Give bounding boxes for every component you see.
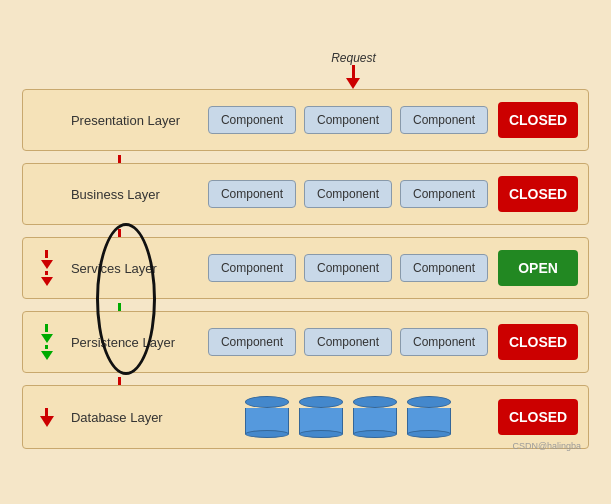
- component-box: Component: [304, 180, 392, 208]
- component-box: Component: [304, 254, 392, 282]
- red-line-1: [45, 250, 48, 258]
- component-box: Component: [208, 254, 296, 282]
- services-status: OPEN: [498, 250, 578, 286]
- cylinder-4: [407, 396, 451, 438]
- presentation-layer-label: Presentation Layer: [71, 113, 180, 128]
- red-arrowhead-1: [41, 260, 53, 269]
- inter-arrow-3: [22, 303, 589, 311]
- database-layer-label: Database Layer: [71, 410, 163, 425]
- inter-arrow-4: [22, 377, 589, 385]
- component-box: Component: [400, 180, 488, 208]
- component-box: Component: [304, 328, 392, 356]
- business-status: CLOSED: [498, 176, 578, 212]
- request-label: Request: [331, 51, 376, 65]
- green-arrowhead-1: [41, 334, 53, 343]
- component-box: Component: [400, 328, 488, 356]
- green-arrowhead-2: [41, 351, 53, 360]
- cylinder-2: [299, 396, 343, 438]
- green-line-1: [45, 324, 48, 332]
- request-line: [352, 65, 355, 78]
- business-layer: Business Layer Component Component Compo…: [22, 163, 589, 225]
- persistence-components: Component Component Component: [208, 328, 488, 356]
- services-arrow-col: [33, 250, 61, 286]
- persistence-status: CLOSED: [498, 324, 578, 360]
- green-line-2: [45, 345, 48, 349]
- component-box: Component: [208, 180, 296, 208]
- persistence-layer-label: Persistence Layer: [71, 335, 175, 350]
- services-layer-label: Services Layer: [71, 261, 157, 276]
- component-box: Component: [208, 328, 296, 356]
- red-arrowhead-2: [41, 277, 53, 286]
- database-cylinders: [208, 396, 488, 438]
- cylinder-3: [353, 396, 397, 438]
- services-components: Component Component Component: [208, 254, 488, 282]
- presentation-layer: Presentation Layer Component Component C…: [22, 89, 589, 151]
- database-arrow-col: [33, 408, 61, 427]
- presentation-status: CLOSED: [498, 102, 578, 138]
- watermark: CSDN@halingba: [512, 441, 581, 451]
- services-layer: Services Layer Component Component Compo…: [22, 237, 589, 299]
- component-box: Component: [400, 254, 488, 282]
- presentation-components: Component Component Component: [208, 106, 488, 134]
- component-box: Component: [208, 106, 296, 134]
- database-status: CLOSED: [498, 399, 578, 435]
- inter-arrow-2: [22, 229, 589, 237]
- oval-section: Services Layer Component Component Compo…: [22, 229, 589, 373]
- business-layer-label: Business Layer: [71, 187, 160, 202]
- business-components: Component Component Component: [208, 180, 488, 208]
- request-arrowhead: [346, 78, 360, 89]
- component-box: Component: [400, 106, 488, 134]
- persistence-layer: Persistence Layer Component Component Co…: [22, 311, 589, 373]
- diagram-container: Request Presentation Layer Component Com…: [22, 51, 589, 453]
- component-box: Component: [304, 106, 392, 134]
- cylinder-1: [245, 396, 289, 438]
- database-layer: Database Layer: [22, 385, 589, 449]
- inter-arrow-1: [22, 155, 589, 163]
- red-line-2: [45, 271, 48, 275]
- persistence-arrow-col: [33, 324, 61, 360]
